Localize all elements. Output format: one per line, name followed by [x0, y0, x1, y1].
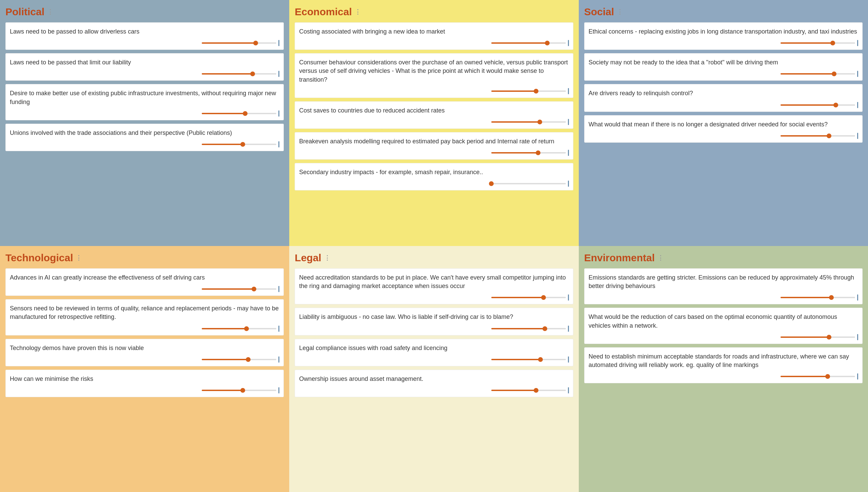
slider-handle[interactable] — [534, 89, 538, 94]
slider-end-marker — [568, 294, 569, 301]
slider-track[interactable] — [202, 73, 276, 75]
card-slider[interactable] — [589, 294, 858, 301]
slider-track[interactable] — [781, 376, 855, 377]
card-slider[interactable] — [10, 110, 279, 117]
slider-handle[interactable] — [833, 103, 838, 107]
slider-handle[interactable] — [243, 111, 248, 116]
card-text: Ethical concerns - replacing existing jo… — [589, 27, 858, 36]
card-text: Laws need to be passed that limit our li… — [10, 58, 279, 67]
slider-track[interactable] — [491, 152, 566, 153]
slider-handle[interactable] — [538, 357, 543, 362]
card-slider[interactable] — [299, 181, 569, 187]
slider-track[interactable] — [491, 42, 566, 44]
slider-handle[interactable] — [252, 287, 256, 291]
card-slider[interactable] — [299, 294, 569, 301]
card-slider[interactable] — [299, 88, 569, 94]
slider-track[interactable] — [202, 359, 276, 360]
slider-track[interactable] — [202, 113, 276, 114]
card-slider[interactable] — [299, 326, 569, 332]
slider-handle[interactable] — [825, 374, 830, 379]
slider-track[interactable] — [491, 121, 566, 123]
drag-icon-social[interactable]: ⋮ — [617, 8, 623, 16]
card-slider[interactable] — [299, 387, 569, 393]
card-slider[interactable] — [589, 71, 858, 77]
list-item: How can we minimise the risks — [5, 370, 284, 397]
slider-handle[interactable] — [832, 71, 836, 76]
card-slider[interactable] — [299, 40, 569, 46]
list-item: Legal compliance issues with road safety… — [295, 339, 573, 366]
card-slider[interactable] — [589, 133, 858, 139]
card-slider[interactable] — [299, 356, 569, 363]
header-environmental: Environmental⋮ — [584, 252, 863, 264]
list-item: Technology demos have proven this is now… — [5, 339, 284, 366]
card-text: Laws need to be passed to allow driverle… — [10, 27, 279, 36]
slider-handle[interactable] — [250, 71, 255, 76]
slider-handle[interactable] — [244, 326, 249, 331]
slider-track[interactable] — [781, 297, 855, 298]
card-slider[interactable] — [589, 40, 858, 46]
slider-track[interactable] — [202, 390, 276, 391]
drag-icon-economical[interactable]: ⋮ — [355, 8, 361, 16]
slider-track[interactable] — [491, 297, 566, 298]
card-slider[interactable] — [299, 119, 569, 125]
slider-handle[interactable] — [240, 388, 245, 393]
slider-handle[interactable] — [537, 120, 542, 124]
drag-icon-political[interactable]: ⋮ — [47, 8, 53, 16]
list-item: Secondary industry impacts - for example… — [295, 163, 573, 190]
slider-handle[interactable] — [253, 41, 258, 45]
card-slider[interactable] — [10, 71, 279, 77]
slider-end-marker — [568, 181, 569, 187]
card-slider[interactable] — [10, 40, 279, 46]
slider-handle[interactable] — [542, 326, 547, 331]
card-slider[interactable] — [10, 387, 279, 393]
slider-handle[interactable] — [829, 295, 834, 300]
slider-track[interactable] — [202, 288, 276, 290]
card-text: Emissions standards are getting stricter… — [589, 273, 858, 290]
card-slider[interactable] — [10, 141, 279, 147]
slider-track[interactable] — [202, 144, 276, 145]
drag-icon-technological[interactable]: ⋮ — [76, 254, 82, 262]
slider-handle[interactable] — [240, 142, 245, 147]
slider-handle[interactable] — [489, 181, 494, 186]
card-slider[interactable] — [299, 150, 569, 156]
slider-handle[interactable] — [534, 388, 538, 393]
slider-handle[interactable] — [541, 295, 546, 300]
drag-icon-legal[interactable]: ⋮ — [324, 254, 330, 262]
slider-handle[interactable] — [827, 134, 831, 138]
card-slider[interactable] — [10, 356, 279, 363]
drag-icon-environmental[interactable]: ⋮ — [657, 254, 664, 262]
header-label-legal: Legal — [295, 252, 321, 264]
slider-fill — [491, 297, 544, 298]
slider-fill — [491, 121, 540, 123]
card-slider[interactable] — [10, 326, 279, 332]
slider-track[interactable] — [491, 90, 566, 92]
slider-handle[interactable] — [545, 41, 550, 45]
slider-track[interactable] — [491, 328, 566, 329]
slider-track[interactable] — [202, 328, 276, 329]
slider-track[interactable] — [781, 336, 855, 338]
card-slider[interactable] — [589, 373, 858, 380]
card-slider[interactable] — [589, 102, 858, 108]
slider-track[interactable] — [202, 42, 276, 44]
slider-track[interactable] — [491, 183, 566, 184]
slider-end-marker — [278, 326, 279, 332]
card-slider[interactable] — [10, 286, 279, 292]
list-item: Cost saves to countries due to reduced a… — [295, 101, 573, 129]
slider-end-marker — [857, 133, 858, 139]
slider-track[interactable] — [491, 390, 566, 391]
slider-end-marker — [857, 40, 858, 46]
slider-end-marker — [278, 71, 279, 77]
header-social: Social⋮ — [584, 6, 863, 18]
list-item: Liability is ambiguous - no case law. Wh… — [295, 308, 573, 335]
slider-track[interactable] — [781, 104, 855, 106]
slider-track[interactable] — [781, 42, 855, 44]
slider-track[interactable] — [491, 359, 566, 360]
slider-handle[interactable] — [827, 335, 831, 340]
slider-handle[interactable] — [246, 357, 251, 362]
slider-handle[interactable] — [830, 41, 835, 45]
card-slider[interactable] — [589, 334, 858, 340]
slider-track[interactable] — [781, 135, 855, 137]
slider-end-marker — [857, 373, 858, 380]
slider-track[interactable] — [781, 73, 855, 75]
slider-handle[interactable] — [536, 150, 540, 155]
